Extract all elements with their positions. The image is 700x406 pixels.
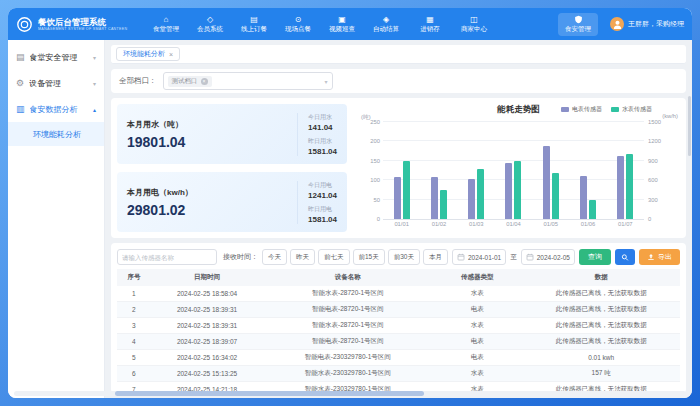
energy-overview-panel: 本月用水（吨） 19801.04 今日用水 141.04 昨日用水 xyxy=(111,98,686,238)
electric-today-value: 1241.04 xyxy=(308,191,337,200)
merchant-icon: ◫ xyxy=(470,15,478,24)
nav-item-food-safety-active[interactable]: 食安管理 xyxy=(558,13,598,36)
water-stat-card: 本月用水（吨） 19801.04 今日用水 141.04 昨日用水 xyxy=(117,104,347,164)
tab-env-energy[interactable]: 环境能耗分析 × xyxy=(116,47,180,61)
water-month-value: 19801.04 xyxy=(127,134,185,150)
canteen-icon: ⌂ xyxy=(164,15,169,24)
column-header: 数据 xyxy=(522,269,680,286)
inventory-icon: ▦ xyxy=(426,15,434,24)
horizontal-scrollbar-thumb[interactable] xyxy=(115,391,424,396)
chart-legend: 电表传感器水表传感器 xyxy=(561,105,652,114)
user-name: 王胖胖，采购经理 xyxy=(628,19,684,29)
sensor-search-input[interactable] xyxy=(117,249,217,265)
bar xyxy=(626,154,633,219)
electric-today-label: 今日用电 xyxy=(308,181,337,190)
bar xyxy=(617,156,624,219)
sidebar: ▤食堂安全管理▾⚙设备管理▾▥食安数据分析▴环境能耗分析 xyxy=(8,40,105,398)
water-yesterday-label: 昨日用水 xyxy=(308,137,337,146)
table-row: 32024-02-25 18:39:31智能水表-28720-1号区间水表此传感… xyxy=(117,318,680,334)
quick-range-3[interactable]: 前七天 xyxy=(318,249,350,265)
quick-range-4[interactable]: 前15天 xyxy=(353,249,385,265)
table-row: 52024-02-25 16:34:02智能电表-230329780-1号区间电… xyxy=(117,350,680,366)
legend-item[interactable]: 电表传感器 xyxy=(561,105,602,114)
date-end-input[interactable]: 2024-02-05 xyxy=(521,249,575,265)
sidebar-item-2[interactable]: ⚙设备管理▾ xyxy=(8,70,104,96)
quick-range-1[interactable]: 今天 xyxy=(262,249,287,265)
online-order-icon: ▤ xyxy=(250,15,258,24)
query-button[interactable]: 查询 xyxy=(579,249,611,265)
nav-item-1[interactable]: ⌂食堂管理 xyxy=(144,13,188,36)
left-axis-unit: (吨) xyxy=(361,113,371,122)
quick-range-2[interactable]: 昨天 xyxy=(290,249,315,265)
bar xyxy=(468,179,475,219)
table-head-row: 序号日期时间设备名称传感器类型数据 xyxy=(117,269,680,286)
tab-close-icon[interactable]: × xyxy=(169,51,173,58)
nav-item-6[interactable]: ◈自动结算 xyxy=(364,13,408,36)
nav-item-5[interactable]: ▣视频巡查 xyxy=(320,13,364,36)
sidebar-item-1[interactable]: ▤食堂安全管理▾ xyxy=(8,44,104,70)
member-icon: ◇ xyxy=(207,15,213,24)
sidebar-subitem-env-energy[interactable]: 环境能耗分析 xyxy=(8,122,104,146)
sensor-data-table: 序号日期时间设备名称传感器类型数据 12024-02-25 18:58:04智能… xyxy=(117,269,680,393)
data-analysis-icon: ▥ xyxy=(16,105,25,114)
shield-icon xyxy=(574,15,583,24)
calendar-icon xyxy=(457,253,465,261)
electric-month-value: 29801.02 xyxy=(127,202,193,218)
electric-title: 本月用电（kw/h） xyxy=(127,187,193,198)
table-row: 42024-02-25 18:39:07智能电表-28720-1号区间电表此传感… xyxy=(117,334,680,350)
column-header: 日期时间 xyxy=(151,269,264,286)
bar xyxy=(431,177,438,219)
settlement-icon: ◈ xyxy=(383,15,389,24)
nav-item-8[interactable]: ◫商家中心 xyxy=(452,13,496,36)
video-icon: ▣ xyxy=(338,15,346,24)
nav-item-7[interactable]: ▦进销存 xyxy=(408,13,452,36)
body-row: ▤食堂安全管理▾⚙设备管理▾▥食安数据分析▴环境能耗分析 环境能耗分析 × 全部… xyxy=(8,40,692,398)
quick-ranges: 今天昨天前七天前15天前30天本月 xyxy=(262,249,448,265)
receive-time-label: 接收时间： xyxy=(223,252,258,262)
nav-active-label: 食安管理 xyxy=(565,25,591,34)
energy-trend-chart: 能耗走势图 电表传感器水表传感器 (吨) (kw/h) 050100150200… xyxy=(357,104,680,232)
main-content: 环境能耗分析 × 全部档口： 测试档口 × ▾ xyxy=(105,40,692,398)
tag-close-icon[interactable]: × xyxy=(201,78,208,85)
quick-range-5[interactable]: 前30天 xyxy=(388,249,420,265)
nav-item-2[interactable]: ◇会员系统 xyxy=(188,13,232,36)
stall-select[interactable]: 测试档口 × ▾ xyxy=(163,72,333,90)
legend-item[interactable]: 水表传感器 xyxy=(611,105,652,114)
water-today-label: 今日用水 xyxy=(308,113,337,122)
water-yesterday-value: 1581.04 xyxy=(308,147,337,156)
person-icon xyxy=(612,19,623,30)
stall-filter-label: 全部档口： xyxy=(119,76,157,86)
bar xyxy=(514,161,521,219)
app-logo: 餐饮后台管理系统 MANAGEMENT SYSTEM OF SMART CANT… xyxy=(16,16,138,33)
sidebar-item-3[interactable]: ▥食安数据分析▴ xyxy=(8,96,104,122)
column-header: 设备名称 xyxy=(263,269,432,286)
table-filter-row: 接收时间： 今天昨天前七天前15天前30天本月 2024-01-01 至 xyxy=(117,249,680,265)
date-start-input[interactable]: 2024-01-01 xyxy=(452,249,506,265)
bar xyxy=(505,163,512,219)
calendar-icon xyxy=(526,253,534,261)
bar xyxy=(580,176,587,219)
export-button[interactable]: 导出 xyxy=(639,249,680,265)
bar xyxy=(552,173,559,219)
chevron-up-icon: ▴ xyxy=(93,106,96,113)
search-icon-button[interactable] xyxy=(615,249,635,265)
table-row: 22024-02-25 18:39:31智能电表-28720-1号区间电表此传感… xyxy=(117,302,680,318)
electric-yesterday-label: 昨日用电 xyxy=(308,205,337,214)
nav-item-4[interactable]: ⊙现场点餐 xyxy=(276,13,320,36)
app-title: 餐饮后台管理系统 xyxy=(38,17,127,27)
chevron-down-icon: ▾ xyxy=(93,54,96,61)
logo-icon xyxy=(16,16,33,33)
user-info[interactable]: 王胖胖，采购经理 xyxy=(610,17,684,31)
stall-filter-card: 全部档口： 测试档口 × ▾ xyxy=(111,69,686,93)
chevron-down-icon: ▾ xyxy=(93,80,96,87)
vertical-scrollbar[interactable] xyxy=(688,96,691,156)
tab-bar: 环境能耗分析 × xyxy=(111,45,686,64)
column-header: 序号 xyxy=(117,269,151,286)
sensor-table-panel: 接收时间： 今天昨天前七天前15天前30天本月 2024-01-01 至 xyxy=(111,243,686,393)
nav-item-3[interactable]: ▤线上订餐 xyxy=(232,13,276,36)
quick-range-6[interactable]: 本月 xyxy=(423,249,448,265)
bar xyxy=(440,190,447,219)
bar xyxy=(589,200,596,219)
bar xyxy=(477,169,484,219)
desktop-background: 餐饮后台管理系统 MANAGEMENT SYSTEM OF SMART CANT… xyxy=(0,0,700,406)
